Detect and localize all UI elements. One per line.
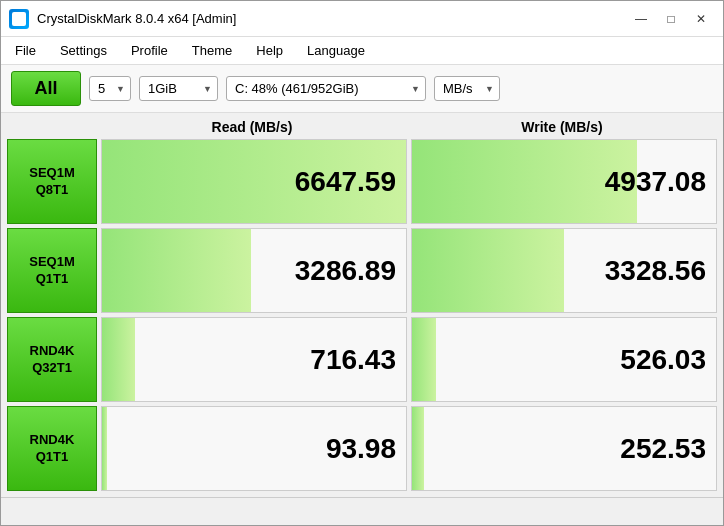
write-value-seq1m-q8t1: 4937.08	[605, 166, 716, 198]
data-rows: SEQ1M Q8T1 6647.59 4937.08 SEQ1M Q1T1	[7, 139, 717, 491]
window-title: CrystalDiskMark 8.0.4 x64 [Admin]	[37, 11, 236, 26]
read-value-seq1m-q8t1: 6647.59	[295, 166, 406, 198]
table-row: RND4K Q1T1 93.98 252.53	[7, 406, 717, 491]
app-icon-inner	[12, 12, 26, 26]
minimize-button[interactable]: —	[627, 8, 655, 30]
read-bar-seq1m-q1t1	[102, 229, 251, 312]
write-bar-seq1m-q1t1	[412, 229, 564, 312]
write-value-rnd4k-q1t1: 252.53	[620, 433, 716, 465]
window-controls: — □ ✕	[627, 8, 715, 30]
drive-select-wrapper: C: 48% (461/952GiB)	[226, 76, 426, 101]
close-button[interactable]: ✕	[687, 8, 715, 30]
table-row: SEQ1M Q1T1 3286.89 3328.56	[7, 228, 717, 313]
maximize-button[interactable]: □	[657, 8, 685, 30]
menu-help[interactable]: Help	[246, 39, 293, 62]
toolbar: All 1 3 5 9 512MiB 1GiB 2GiB 4GiB 8GiB 1…	[1, 65, 723, 113]
write-cell-rnd4k-q1t1: 252.53	[411, 406, 717, 491]
row-label-seq1m-q8t1: SEQ1M Q8T1	[7, 139, 97, 224]
write-cell-seq1m-q8t1: 4937.08	[411, 139, 717, 224]
menu-theme[interactable]: Theme	[182, 39, 242, 62]
write-bar-rnd4k-q1t1	[412, 407, 424, 490]
write-header: Write (MB/s)	[407, 119, 717, 135]
read-header: Read (MB/s)	[97, 119, 407, 135]
table-row: RND4K Q32T1 716.43 526.03	[7, 317, 717, 402]
read-cell-rnd4k-q1t1: 93.98	[101, 406, 407, 491]
read-cell-seq1m-q8t1: 6647.59	[101, 139, 407, 224]
read-bar-rnd4k-q1t1	[102, 407, 107, 490]
write-bar-seq1m-q8t1	[412, 140, 637, 223]
unit-select-wrapper: MB/s GB/s IOPS μs	[434, 76, 500, 101]
menu-settings[interactable]: Settings	[50, 39, 117, 62]
runs-select-wrapper: 1 3 5 9	[89, 76, 131, 101]
read-cell-seq1m-q1t1: 3286.89	[101, 228, 407, 313]
write-value-rnd4k-q32t1: 526.03	[620, 344, 716, 376]
column-headers: Read (MB/s) Write (MB/s)	[7, 119, 717, 139]
read-value-rnd4k-q32t1: 716.43	[310, 344, 406, 376]
read-value-seq1m-q1t1: 3286.89	[295, 255, 406, 287]
size-select-wrapper: 512MiB 1GiB 2GiB 4GiB 8GiB 16GiB 32GiB 6…	[139, 76, 218, 101]
unit-select[interactable]: MB/s GB/s IOPS μs	[434, 76, 500, 101]
header-spacer	[7, 119, 97, 135]
main-content: Read (MB/s) Write (MB/s) SEQ1M Q8T1 6647…	[1, 113, 723, 497]
write-value-seq1m-q1t1: 3328.56	[605, 255, 716, 287]
menu-profile[interactable]: Profile	[121, 39, 178, 62]
app-icon	[9, 9, 29, 29]
all-button[interactable]: All	[11, 71, 81, 106]
row-label-rnd4k-q1t1: RND4K Q1T1	[7, 406, 97, 491]
table-row: SEQ1M Q8T1 6647.59 4937.08	[7, 139, 717, 224]
menu-bar: File Settings Profile Theme Help Languag…	[1, 37, 723, 65]
menu-file[interactable]: File	[5, 39, 46, 62]
read-cell-rnd4k-q32t1: 716.43	[101, 317, 407, 402]
menu-language[interactable]: Language	[297, 39, 375, 62]
title-bar: CrystalDiskMark 8.0.4 x64 [Admin] — □ ✕	[1, 1, 723, 37]
row-label-rnd4k-q32t1: RND4K Q32T1	[7, 317, 97, 402]
row-label-seq1m-q1t1: SEQ1M Q1T1	[7, 228, 97, 313]
read-value-rnd4k-q1t1: 93.98	[326, 433, 406, 465]
read-bar-rnd4k-q32t1	[102, 318, 135, 401]
status-bar	[1, 497, 723, 525]
runs-select[interactable]: 1 3 5 9	[89, 76, 131, 101]
drive-select[interactable]: C: 48% (461/952GiB)	[226, 76, 426, 101]
write-bar-rnd4k-q32t1	[412, 318, 436, 401]
title-bar-left: CrystalDiskMark 8.0.4 x64 [Admin]	[9, 9, 236, 29]
main-window: CrystalDiskMark 8.0.4 x64 [Admin] — □ ✕ …	[0, 0, 724, 526]
size-select[interactable]: 512MiB 1GiB 2GiB 4GiB 8GiB 16GiB 32GiB 6…	[139, 76, 218, 101]
write-cell-rnd4k-q32t1: 526.03	[411, 317, 717, 402]
write-cell-seq1m-q1t1: 3328.56	[411, 228, 717, 313]
